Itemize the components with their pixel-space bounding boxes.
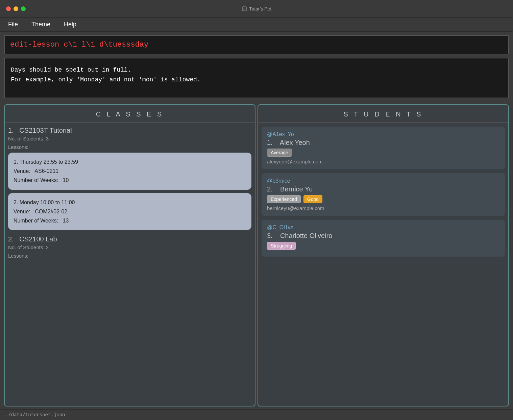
student-1-handle: @A1ex_Yo bbox=[267, 131, 499, 137]
student-1-name: 1. Alex Yeoh bbox=[267, 139, 499, 147]
lesson-1-schedule: 1. Thursday 23:55 to 23:59 bbox=[14, 157, 246, 166]
command-area: edit-lesson c\1 l\1 d\tuesssday bbox=[4, 35, 509, 54]
statusbar: ./data/tutorspet.json bbox=[0, 409, 513, 420]
command-text: edit-lesson c\1 l\1 d\tuesssday bbox=[10, 41, 148, 49]
tag-average: Average bbox=[267, 149, 292, 157]
students-panel: S T U D E N T S @A1ex_Yo 1. Alex Yeoh Av… bbox=[258, 104, 509, 406]
menu-help[interactable]: Help bbox=[61, 20, 79, 29]
window-controls bbox=[6, 6, 26, 11]
lesson-1-venue: Venue: AS6-0211 bbox=[14, 166, 246, 176]
student-card-1: @A1ex_Yo 1. Alex Yeoh Average alexyeoh@e… bbox=[262, 127, 505, 169]
class-1-name: CS2103T Tutorial bbox=[19, 127, 72, 134]
menu-file[interactable]: File bbox=[5, 20, 21, 29]
student-3-name: 3. Charlotte Oliveiro bbox=[267, 232, 499, 240]
class-2-name: CS2100 Lab bbox=[19, 235, 57, 243]
lesson-2-weeks: Number of Weeks: 13 bbox=[14, 216, 246, 225]
student-1-email: alexyeoh@example.com bbox=[267, 159, 499, 164]
classes-panel: C L A S S E S 1. CS2103T Tutorial No. of… bbox=[4, 104, 255, 406]
lesson-1-weeks: Number of Weeks: 10 bbox=[14, 176, 246, 185]
student-3-handle: @C_Ol1ve bbox=[267, 225, 499, 231]
student-3-tags: Struggling bbox=[267, 242, 499, 250]
error-line2: For example, only 'Monday' and not 'mon'… bbox=[11, 75, 502, 85]
student-1-tags: Average bbox=[267, 149, 499, 157]
lesson-card-1: 1. Thursday 23:55 to 23:59 Venue: AS6-02… bbox=[8, 153, 251, 190]
class-card-2: 2. CS2100 Lab No. of Students: 2 Lessons… bbox=[8, 235, 251, 259]
maximize-button[interactable] bbox=[21, 6, 26, 11]
error-line1: Days should be spelt out in full. bbox=[11, 65, 502, 75]
students-scroll[interactable]: @A1ex_Yo 1. Alex Yeoh Average alexyeoh@e… bbox=[258, 123, 508, 406]
student-2-email: berniceyu@example.com bbox=[267, 205, 499, 211]
lesson-2-venue: Venue: COM2#02-02 bbox=[14, 207, 246, 216]
class-1-students: No. of Students: 3 bbox=[8, 136, 251, 141]
tag-struggling: Struggling bbox=[267, 242, 296, 250]
minimize-button[interactable] bbox=[14, 6, 18, 11]
class-2-students: No. of Students: 2 bbox=[8, 244, 251, 250]
titlebar: Tutor's Pet bbox=[0, 0, 513, 18]
student-2-name: 2. Bernice Yu bbox=[267, 185, 499, 193]
app-icon bbox=[242, 6, 247, 11]
main-content: C L A S S E S 1. CS2103T Tutorial No. of… bbox=[0, 102, 513, 409]
student-card-2: @b3rnice 2. Bernice Yu Experienced Good … bbox=[262, 173, 505, 216]
class-card-1: 1. CS2103T Tutorial No. of Students: 3 L… bbox=[8, 127, 251, 230]
lesson-card-2: 2. Monday 10:00 to 11:00 Venue: COM2#02-… bbox=[8, 193, 251, 230]
app-title-text: Tutor's Pet bbox=[249, 6, 272, 11]
class-1-title: 1. CS2103T Tutorial bbox=[8, 127, 251, 134]
student-card-3: @C_Ol1ve 3. Charlotte Oliveiro Strugglin… bbox=[262, 220, 505, 257]
svg-rect-0 bbox=[242, 7, 246, 11]
classes-scroll[interactable]: 1. CS2103T Tutorial No. of Students: 3 L… bbox=[5, 123, 255, 406]
close-button[interactable] bbox=[6, 6, 11, 11]
student-2-handle: @b3rnice bbox=[267, 178, 499, 184]
error-area: Days should be spelt out in full. For ex… bbox=[4, 58, 509, 98]
class-1-number: 1. bbox=[8, 127, 14, 134]
menu-theme[interactable]: Theme bbox=[29, 20, 53, 29]
app-title: Tutor's Pet bbox=[242, 6, 272, 11]
class-2-title: 2. CS2100 Lab bbox=[8, 235, 251, 243]
students-header: S T U D E N T S bbox=[258, 105, 508, 123]
class-1-lessons-label: Lessons: bbox=[8, 144, 251, 150]
menubar: File Theme Help bbox=[0, 18, 513, 32]
tag-good: Good bbox=[303, 195, 322, 203]
statusbar-text: ./data/tutorspet.json bbox=[5, 412, 65, 418]
lesson-2-schedule: 2. Monday 10:00 to 11:00 bbox=[14, 198, 246, 207]
student-2-tags: Experienced Good bbox=[267, 195, 499, 203]
class-2-lessons-label: Lessons: bbox=[8, 253, 251, 259]
class-2-number: 2. bbox=[8, 235, 14, 243]
classes-header: C L A S S E S bbox=[5, 105, 255, 123]
tag-experienced: Experienced bbox=[267, 195, 301, 203]
